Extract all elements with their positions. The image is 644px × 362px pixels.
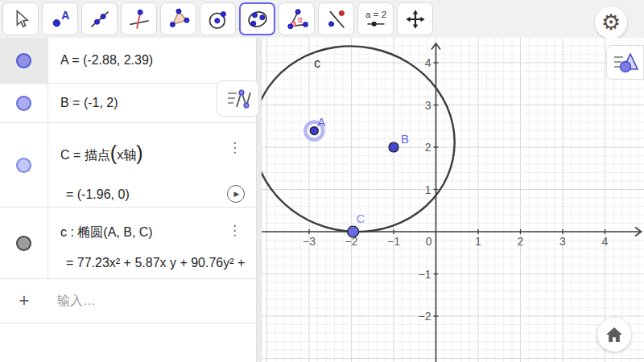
point-C[interactable]	[348, 226, 359, 237]
x-tick-label: −1	[387, 235, 400, 248]
y-tick-label: 1	[425, 183, 431, 196]
algebra-view: A = (-2.88, 2.39) B = (-1, 2) ⋮ C = 描点(x…	[0, 38, 256, 362]
marble-cell-A	[0, 38, 48, 83]
x-tick-label: 4	[602, 235, 609, 248]
x-tick-label: 1	[475, 235, 481, 248]
svg-text:α: α	[297, 14, 303, 23]
tool-line-button[interactable]	[81, 2, 118, 35]
circle-icon	[206, 8, 230, 31]
cursor-icon	[9, 8, 33, 31]
tool-circle-button[interactable]	[200, 2, 236, 35]
algebra-style-button[interactable]	[217, 80, 259, 117]
svg-text:A: A	[61, 9, 69, 22]
angle-icon: α	[285, 8, 309, 31]
play-icon: ▶	[234, 190, 240, 198]
perpendicular-icon	[127, 8, 151, 31]
x-tick-label: 0	[426, 235, 432, 248]
algebra-row-c[interactable]: c : 椭圆(A, B, C) = 77.23x² + 5.87x y + 90…	[0, 208, 256, 279]
command-text: C = 描点	[60, 148, 110, 162]
ellipse-c[interactable]	[262, 38, 472, 250]
point-label-A: A	[317, 115, 325, 129]
algebra-text-A[interactable]: A = (-2.88, 2.39)	[48, 38, 256, 83]
point-icon: A	[48, 8, 72, 31]
x-tick-label: −3	[303, 235, 316, 248]
kebab-menu-icon[interactable]: ⋮	[228, 141, 242, 154]
tool-ellipse-button[interactable]	[239, 2, 275, 35]
toolbar: Aαa = 2	[2, 2, 433, 35]
algebra-value-C: = (-1.96, 0)	[66, 187, 229, 202]
home-button[interactable]	[597, 318, 631, 352]
y-tick-label: 4	[425, 56, 431, 69]
move-view-icon	[403, 8, 427, 31]
algebra-row-A[interactable]: A = (-2.88, 2.39)	[0, 38, 256, 84]
tool-slider-button[interactable]: a = 2	[357, 2, 394, 35]
algebra-def-c[interactable]: c : 椭圆(A, B, C)	[60, 224, 229, 241]
y-tick-label: −1	[419, 268, 431, 281]
tool-point-button[interactable]: A	[42, 2, 78, 35]
x-tick-label: 2	[518, 235, 524, 248]
tool-move-view-button[interactable]	[397, 2, 433, 35]
marble-cell-B	[0, 84, 48, 122]
tool-polygon-button[interactable]	[160, 2, 196, 35]
svg-text:a = 2: a = 2	[365, 9, 386, 19]
y-tick-label: 2	[425, 141, 431, 154]
paren: )	[136, 142, 142, 164]
visibility-marble-c[interactable]	[16, 236, 31, 251]
toolbar-strip: Aαa = 2 ⚙	[0, 0, 644, 38]
polygon-icon	[167, 8, 191, 31]
tool-move-button[interactable]	[2, 2, 39, 35]
plus-icon[interactable]: +	[0, 279, 48, 323]
point-label-B: B	[401, 132, 409, 146]
home-icon	[605, 327, 623, 343]
graphics-view[interactable]: −3−2−1012344321−1−2cABC	[262, 38, 644, 362]
reflect-icon	[324, 8, 349, 31]
tool-angle-button[interactable]: α	[279, 2, 315, 35]
gear-icon: ⚙	[601, 10, 621, 35]
tool-perpendicular-line-button[interactable]	[121, 2, 157, 35]
visibility-marble-B[interactable]	[16, 96, 31, 111]
visibility-marble-C[interactable]	[16, 158, 31, 173]
command-arg: x轴	[117, 148, 136, 162]
algebra-value-c: = 77.23x² + 5.87x y + 90.76y² +	[66, 256, 256, 270]
marble-cell-C	[0, 123, 48, 207]
algebra-row-C[interactable]: C = 描点(x轴) = (-1.96, 0) ⋮ ▶	[0, 123, 256, 208]
point-B[interactable]	[389, 142, 398, 152]
paren: (	[110, 142, 117, 164]
point-label-C: C	[357, 212, 365, 225]
y-tick-label: −2	[419, 310, 431, 323]
marble-cell-c	[0, 208, 48, 278]
ellipse-icon	[246, 8, 270, 31]
play-button[interactable]: ▶	[227, 185, 245, 203]
ellipse-label: c	[314, 56, 320, 70]
visibility-marble-A[interactable]	[16, 53, 31, 68]
graphics-style-button[interactable]	[606, 45, 644, 80]
y-tick-label: 3	[425, 99, 431, 112]
algebra-def-C[interactable]: C = 描点(x轴)	[60, 141, 229, 164]
line-icon	[88, 8, 112, 31]
kebab-menu-icon[interactable]: ⋮	[228, 224, 242, 237]
algebra-input[interactable]	[57, 279, 242, 323]
geogebra-app: Aαa = 2 ⚙ A = (-2.88, 2.39) B = (-1, 2) …	[0, 0, 644, 362]
algebra-input-row: +	[0, 279, 256, 323]
x-tick-label: 3	[559, 235, 566, 248]
tool-reflect-button[interactable]	[318, 2, 354, 35]
graphics-style-icon	[611, 50, 640, 76]
algebra-style-icon	[224, 86, 253, 112]
slider-icon: a = 2	[364, 8, 388, 31]
settings-button[interactable]: ⚙	[595, 6, 627, 39]
